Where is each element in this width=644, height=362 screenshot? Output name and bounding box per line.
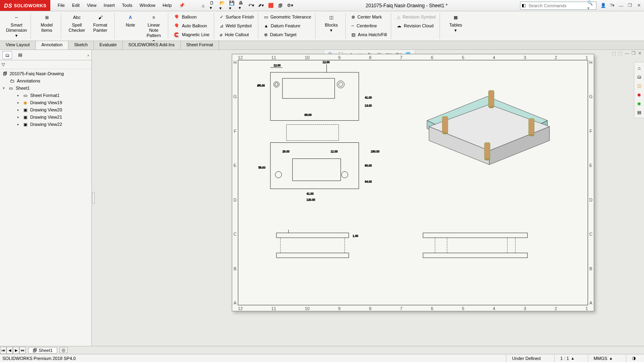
- tree-item[interactable]: ▸▣Drawing View20: [0, 106, 91, 113]
- center-mark-button[interactable]: ⊕Center Mark: [350, 13, 388, 21]
- drawing-sheet[interactable]: 121110987654321 121110987654321 HGFEDCBA…: [232, 54, 594, 311]
- tab-view-layout[interactable]: View Layout: [0, 41, 36, 49]
- help-icon[interactable]: ?▾: [609, 2, 616, 9]
- print-icon[interactable]: 🖶▾: [239, 2, 245, 9]
- magnetic-line-button[interactable]: 🧲Magnetic Line: [172, 31, 211, 39]
- doc-next-icon[interactable]: ⬚: [618, 51, 622, 56]
- tp-custom-icon[interactable]: ◉: [635, 99, 643, 107]
- tree-item[interactable]: ▸▣Drawing View22: [0, 121, 91, 128]
- geo-tol-button[interactable]: ▭Geometric Tolerance: [262, 13, 313, 21]
- rebuild-icon[interactable]: 🟥: [268, 2, 274, 9]
- search-input[interactable]: [527, 3, 586, 8]
- tables-button[interactable]: ▦Tables▾: [444, 13, 467, 34]
- collapse-icon[interactable]: ▾: [2, 86, 6, 90]
- minimize-icon[interactable]: —: [617, 2, 625, 9]
- close-icon[interactable]: ✕: [635, 2, 642, 9]
- smart-dimension-button[interactable]: ↔SmartDimension▾: [5, 13, 28, 39]
- blocks-button[interactable]: ◫Blocks▾: [320, 13, 343, 34]
- tree-annotations[interactable]: 🗀Annotations: [0, 77, 91, 84]
- search-icon[interactable]: 🔍▾: [586, 0, 596, 11]
- menu-edit[interactable]: Edit: [69, 1, 83, 10]
- doc-close-icon[interactable]: ✕: [638, 51, 642, 56]
- tab-addins[interactable]: SOLIDWORKS Add-Ins: [123, 41, 181, 49]
- menu-view[interactable]: View: [84, 1, 100, 10]
- svg-point-3: [275, 83, 278, 86]
- pin-icon[interactable]: 📌: [176, 1, 188, 10]
- expand-icon[interactable]: ▸: [16, 93, 21, 98]
- tree-root[interactable]: 🗐201075-Faiq Nasir-Drawing: [0, 70, 91, 77]
- new-icon[interactable]: 🗋▾: [210, 2, 216, 9]
- menu-tools[interactable]: Tools: [119, 1, 136, 10]
- expand-icon[interactable]: ▸: [16, 122, 21, 127]
- format-painter-button[interactable]: 🖌FormatPainter: [89, 13, 112, 34]
- graphics-area[interactable]: ⬚ ⬚ — ❐ ✕ 🔍 ⛶ ⤢ ↩ ↻ ◫ ◉▾ 👁▾ 🌐 ⌂ 🗂 ◫ ◉ ◉ …: [95, 50, 644, 346]
- doc-prev-icon[interactable]: ⬚: [612, 51, 616, 56]
- menu-file[interactable]: File: [54, 1, 68, 10]
- expand-icon[interactable]: ▸: [16, 101, 21, 105]
- nav-first-icon[interactable]: ⏮: [0, 347, 6, 354]
- datum-feature-button[interactable]: ▲Datum Feature: [262, 22, 313, 30]
- tp-resources-icon[interactable]: 🗂: [635, 73, 643, 81]
- tab-sketch[interactable]: Sketch: [68, 41, 94, 49]
- file-props-icon[interactable]: 🗐: [277, 2, 284, 9]
- select-icon[interactable]: ⬈▾: [258, 2, 264, 9]
- user-icon[interactable]: 👤: [600, 2, 607, 9]
- svg-text:34.00: 34.00: [365, 180, 372, 183]
- nav-next-icon[interactable]: ▶: [13, 347, 19, 354]
- tab-sheet-format[interactable]: Sheet Format: [181, 41, 219, 49]
- datum-target-button[interactable]: ⊕Datum Target: [262, 31, 313, 39]
- options-icon[interactable]: ⚙▾: [287, 2, 293, 9]
- fm-expand-icon[interactable]: ›: [87, 53, 89, 58]
- status-units[interactable]: MMGS ▴: [588, 354, 618, 362]
- tp-palette-icon[interactable]: ◫: [635, 82, 643, 90]
- undo-icon[interactable]: ↶▾: [248, 2, 255, 9]
- menu-insert[interactable]: Insert: [101, 1, 118, 10]
- nav-last-icon[interactable]: ⏭: [19, 347, 26, 354]
- nav-prev-icon[interactable]: ◀: [6, 347, 13, 354]
- pattern-icon: ≡: [150, 14, 158, 22]
- surface-finish-button[interactable]: ✓Surface Finish: [218, 13, 256, 21]
- balloon-button[interactable]: 🎈Balloon: [172, 13, 211, 21]
- status-customize-icon[interactable]: ◑: [626, 354, 642, 362]
- add-sheet-icon[interactable]: ◎: [60, 347, 68, 353]
- window-controls: 👤 ?▾ — ❐ ✕: [600, 2, 642, 9]
- tab-evaluate[interactable]: Evaluate: [94, 41, 123, 49]
- auto-balloon-button[interactable]: 🎈Auto Balloon: [172, 22, 211, 30]
- status-scale[interactable]: 1 : 1 ▴: [554, 354, 580, 362]
- tab-annotation[interactable]: Annotation: [36, 41, 69, 49]
- centerline-button[interactable]: ╌Centerline: [350, 22, 388, 30]
- splitter[interactable]: [92, 50, 95, 346]
- doc-min-icon[interactable]: —: [625, 51, 629, 56]
- note-button[interactable]: ANote: [119, 13, 142, 29]
- tree-item[interactable]: ▸▭Sheet Format1: [0, 92, 91, 99]
- model-items-button[interactable]: ⊞ModelItems: [35, 13, 58, 34]
- doc-restore-icon[interactable]: ❐: [632, 51, 636, 56]
- home-icon[interactable]: ⌂: [200, 2, 206, 9]
- revision-symbol-button[interactable]: △Revision Symbol: [395, 13, 437, 21]
- menu-window[interactable]: Window: [136, 1, 159, 10]
- open-icon[interactable]: 📂▾: [219, 2, 226, 9]
- save-icon[interactable]: 💾▾: [229, 2, 235, 9]
- weld-symbol-button[interactable]: ⊿Weld Symbol: [218, 22, 256, 30]
- search-commands[interactable]: ◧ 🔍▾: [520, 2, 597, 10]
- fm-tab-tree[interactable]: 🗂: [2, 51, 12, 59]
- area-hatch-button[interactable]: ▨Area Hatch/Fill: [350, 31, 388, 39]
- hole-callout-button[interactable]: ⌀Hole Callout: [218, 31, 256, 39]
- revision-cloud-button[interactable]: ☁Revision Cloud: [395, 22, 437, 30]
- linear-note-pattern-button[interactable]: ≡Linear NotePattern▾: [142, 13, 165, 45]
- tp-forum-icon[interactable]: ▤: [635, 108, 643, 116]
- centerline-icon: ╌: [351, 23, 354, 29]
- fm-filter[interactable]: ▽: [0, 60, 91, 69]
- tree-item[interactable]: ▸◉Drawing View19: [0, 99, 91, 106]
- tp-appearance-icon[interactable]: ◉: [635, 90, 643, 99]
- tree-sheet[interactable]: ▾▭Sheet1: [0, 84, 91, 92]
- tree-item[interactable]: ▸▣Drawing View21: [0, 113, 91, 121]
- fm-tab-prop[interactable]: ▤: [15, 51, 25, 59]
- tp-home-icon[interactable]: ⌂: [635, 64, 643, 72]
- spell-checker-button[interactable]: AbcSpellChecker: [65, 13, 89, 34]
- restore-icon[interactable]: ❐: [626, 2, 634, 9]
- expand-icon[interactable]: ▸: [16, 108, 21, 112]
- menu-help[interactable]: Help: [159, 1, 175, 10]
- sheet-tab[interactable]: 🗐 Sheet1: [28, 347, 57, 354]
- expand-icon[interactable]: ▸: [16, 115, 21, 119]
